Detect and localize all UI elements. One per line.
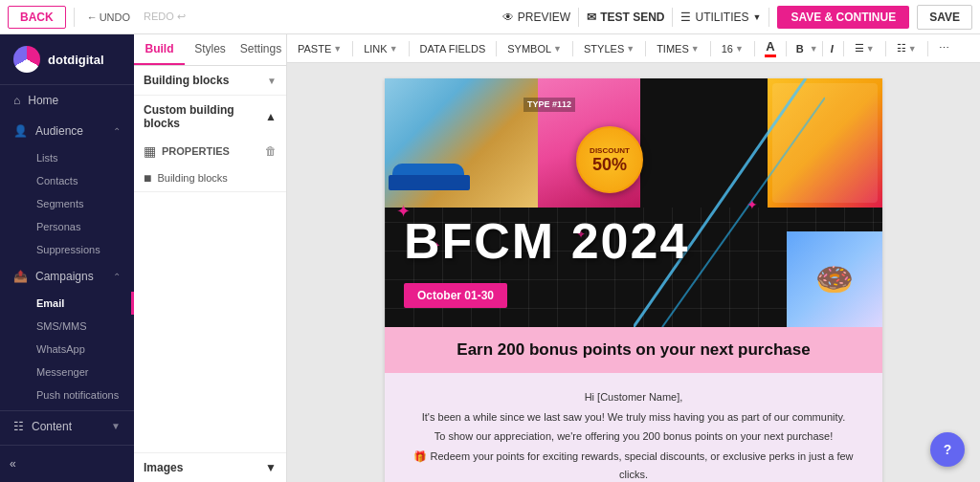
home-icon: ⌂ bbox=[13, 94, 20, 107]
chevron-down-icon: ▼ bbox=[752, 12, 761, 22]
utilities-button[interactable]: ☰ UTILITIES ▼ bbox=[680, 11, 761, 24]
sidebar-item-home[interactable]: ⌂ Home bbox=[0, 85, 134, 116]
body-line1: Hi [Customer Name], bbox=[413, 388, 854, 406]
sliders-icon: ☰ bbox=[680, 11, 691, 24]
sidebar-collapse-button[interactable]: « bbox=[10, 453, 124, 474]
fmt-divider8 bbox=[786, 41, 787, 56]
tab-build[interactable]: Build bbox=[134, 34, 185, 65]
list-icon: ☷ bbox=[897, 42, 906, 55]
bold-chevron: ▼ bbox=[810, 44, 818, 54]
tab-styles[interactable]: Styles bbox=[185, 34, 235, 65]
align-button[interactable]: ☰ ▼ bbox=[850, 40, 880, 56]
italic-button[interactable]: I bbox=[827, 41, 837, 56]
link-chevron: ▼ bbox=[390, 44, 398, 54]
sidebar-item-sms[interactable]: SMS/MMS bbox=[36, 315, 134, 338]
fmt-divider1 bbox=[352, 41, 353, 56]
bold-button[interactable]: B bbox=[792, 41, 808, 56]
text-color-button[interactable]: A bbox=[761, 37, 780, 59]
collapse-icon: « bbox=[10, 457, 16, 471]
fmt-divider12 bbox=[927, 41, 928, 56]
text-color-label: A bbox=[766, 39, 774, 54]
paste-chevron: ▼ bbox=[333, 44, 342, 54]
nav-sidebar: dotdigital ⌂ Home 👤 Audience ⌃ Lists Con… bbox=[0, 34, 134, 482]
redo-button[interactable]: REDO ↩ bbox=[139, 9, 190, 25]
fmt-divider9 bbox=[822, 41, 823, 56]
divider4 bbox=[768, 8, 769, 27]
chevron-down-icon2: ▼ bbox=[111, 421, 121, 431]
banner-img-dark bbox=[640, 78, 768, 208]
logo-icon bbox=[13, 46, 40, 73]
back-button[interactable]: BACK bbox=[8, 6, 66, 29]
banner-img-items bbox=[768, 78, 882, 208]
date-badge: October 01-30 bbox=[404, 283, 507, 308]
help-bubble[interactable]: ? bbox=[930, 432, 965, 467]
chevron-up-icon2: ⌃ bbox=[113, 272, 121, 282]
more-options-button[interactable]: ⋯ bbox=[934, 40, 954, 56]
font-size-selector[interactable]: 16 ▼ bbox=[717, 41, 748, 56]
more-icon: ⋯ bbox=[939, 42, 949, 55]
campaigns-submenu: Email SMS/MMS WhatsApp Messenger Push no… bbox=[0, 292, 134, 406]
sidebar-item-email[interactable]: Email bbox=[36, 292, 134, 315]
custom-building-blocks-header[interactable]: Custom building blocks ▲ bbox=[134, 96, 286, 138]
data-fields-button[interactable]: DATA FIELDS bbox=[415, 41, 491, 56]
preview-button[interactable]: 👁 PREVIEW bbox=[502, 11, 570, 24]
fmt-divider5 bbox=[645, 41, 646, 56]
building-blocks-header[interactable]: Building blocks ▼ bbox=[134, 66, 286, 95]
align-chevron: ▼ bbox=[866, 44, 875, 54]
save-button[interactable]: SAVE bbox=[917, 5, 972, 30]
font-selector[interactable]: TIMES ▼ bbox=[652, 41, 704, 56]
star4: ✦ bbox=[746, 197, 758, 212]
panel-sidebar: Build Styles Settings Building blocks ▼ … bbox=[134, 34, 287, 482]
sidebar-item-audience[interactable]: 👤 Audience ⌃ bbox=[0, 116, 134, 146]
building-blocks-section: Building blocks ▼ bbox=[134, 66, 286, 96]
logo-area: dotdigital bbox=[0, 34, 134, 85]
sidebar-item-segments[interactable]: Segments bbox=[36, 192, 134, 215]
building-blocks-item[interactable]: ■ Building blocks bbox=[134, 164, 286, 191]
sidebar-item-whatsapp[interactable]: WhatsApp bbox=[36, 338, 134, 361]
logo-text: dotdigital bbox=[48, 53, 104, 67]
sidebar-item-content[interactable]: ☷ Content ▼ bbox=[0, 411, 134, 442]
divider bbox=[74, 8, 75, 27]
email-banner: TYPE #112 DISCOUNT bbox=[385, 78, 882, 327]
banner-img-car bbox=[385, 78, 538, 208]
fmt-divider7 bbox=[754, 41, 755, 56]
audience-icon: 👤 bbox=[13, 124, 28, 138]
sidebar-item-campaigns[interactable]: 📤 Campaigns ⌃ bbox=[0, 261, 134, 292]
paste-button[interactable]: PASTE ▼ bbox=[293, 41, 346, 56]
car-roof bbox=[389, 175, 470, 190]
list-button[interactable]: ☷ ▼ bbox=[892, 40, 922, 56]
sidebar-item-push[interactable]: Push notifications bbox=[36, 383, 134, 406]
chevron-up-icon3: ▲ bbox=[265, 110, 277, 123]
sidebar-item-personas[interactable]: Personas bbox=[36, 215, 134, 238]
bonus-section: Earn 200 bonus points on your next purch… bbox=[385, 327, 882, 373]
body-line3: To show our appreciation, we're offering… bbox=[413, 427, 854, 446]
sidebar-item-messenger[interactable]: Messenger bbox=[36, 361, 134, 383]
email-preview: TYPE #112 DISCOUNT bbox=[385, 78, 882, 482]
save-continue-button[interactable]: SAVE & CONTINUE bbox=[777, 6, 909, 29]
email-body: Hi [Customer Name], It's been a while si… bbox=[385, 373, 882, 482]
sidebar-item-lists[interactable]: Lists bbox=[36, 146, 134, 169]
item-bg bbox=[772, 83, 878, 203]
chevron-down-icon4: ▼ bbox=[265, 461, 277, 474]
tab-settings[interactable]: Settings bbox=[235, 34, 286, 65]
symbol-button[interactable]: SYMBOL ▼ bbox=[502, 41, 567, 56]
undo-button[interactable]: ← UNDO bbox=[82, 10, 135, 25]
type-label: TYPE #112 bbox=[523, 98, 575, 112]
color-underline bbox=[765, 55, 776, 57]
discount-percent: 50% bbox=[592, 156, 627, 173]
sidebar-item-contacts[interactable]: Contacts bbox=[36, 169, 134, 192]
test-send-button[interactable]: ✉ TEST SEND bbox=[587, 11, 664, 24]
delete-icon[interactable]: 🗑 bbox=[265, 144, 277, 158]
images-section-header[interactable]: Images ▼ bbox=[134, 453, 286, 482]
custom-building-blocks-section: Custom building blocks ▲ ▦ PROPERTIES 🗑 … bbox=[134, 96, 286, 192]
size-chevron: ▼ bbox=[735, 44, 744, 54]
fmt-divider10 bbox=[843, 41, 844, 56]
audience-submenu: Lists Contacts Segments Personas Suppres… bbox=[0, 146, 134, 261]
sidebar-item-suppressions[interactable]: Suppressions bbox=[36, 238, 134, 261]
link-button[interactable]: LINK ▼ bbox=[359, 41, 402, 56]
styles-button[interactable]: STYLES ▼ bbox=[579, 41, 639, 56]
content-area: TYPE #112 DISCOUNT bbox=[287, 63, 980, 482]
styles-chevron: ▼ bbox=[626, 44, 635, 54]
campaigns-icon: 📤 bbox=[13, 270, 28, 283]
bonus-title: Earn 200 bonus points on your next purch… bbox=[404, 340, 863, 360]
